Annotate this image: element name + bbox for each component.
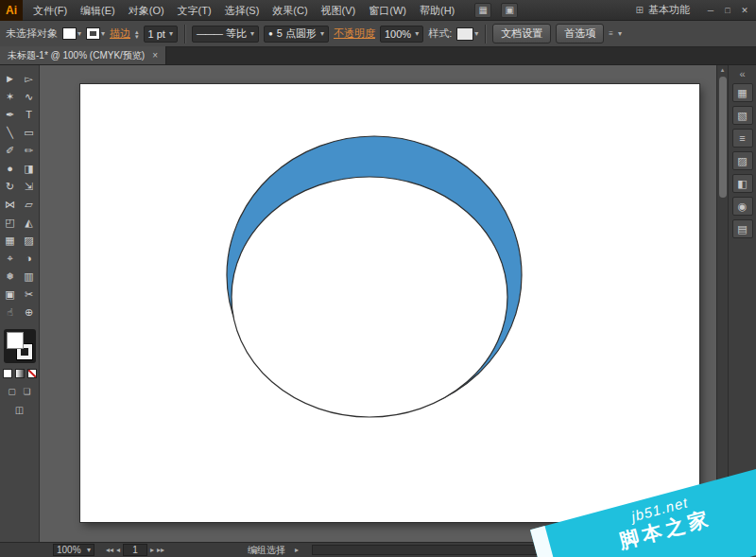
scale-tool[interactable]: ⇲	[20, 178, 39, 196]
first-artboard-icon[interactable]: ◂◂	[106, 546, 113, 554]
slice-tool[interactable]: ✂	[20, 286, 39, 304]
type-tool[interactable]: T	[20, 106, 39, 124]
lasso-tool[interactable]: ∿	[20, 88, 39, 106]
stroke-width-select[interactable]: 1 pt ▾	[144, 26, 178, 43]
color-mode-button[interactable]	[3, 369, 12, 378]
main-area: ►▻✶∿✒T╲▭✐✏●◨↻⇲⋈▱◰◭▦▨⌖◑❅▥▣✂☝⊕ ▢ ❏ ◫	[0, 65, 756, 542]
control-bar: 未选择对象 ▾ ▾ 描边 ▴ ▾ 1 pt ▾ ——— 等比 ▾ ● 5 点圆形…	[0, 21, 756, 47]
gradient-tool[interactable]: ▨	[20, 232, 39, 250]
collapse-dock-icon[interactable]: «	[732, 68, 753, 79]
stroke-panel-icon[interactable]: ≡	[732, 129, 753, 148]
layers-panel-icon[interactable]: ▤	[732, 219, 753, 238]
rotate-tool[interactable]: ↻	[1, 178, 20, 196]
rectangle-tool[interactable]: ▭	[20, 124, 39, 142]
artboard-number-field[interactable]: 1	[123, 544, 147, 556]
appearance-panel-icon[interactable]: ◉	[732, 197, 753, 216]
menu-item-select[interactable]: 选择(S)	[218, 0, 266, 21]
last-artboard-icon[interactable]: ▸▸	[157, 546, 164, 554]
fill-color-indicator[interactable]	[7, 332, 24, 349]
menu-item-type[interactable]: 文字(T)	[171, 0, 218, 21]
line-segment-tool[interactable]: ╲	[1, 124, 20, 142]
menubar-items: 文件(F)编辑(E)对象(O)文字(T)选择(S)效果(C)视图(V)窗口(W)…	[26, 0, 461, 21]
menu-item-effect[interactable]: 效果(C)	[266, 0, 314, 21]
symbol-sprayer-tool[interactable]: ❅	[1, 268, 20, 286]
canvas-area[interactable]: ▴ ▾	[40, 65, 728, 542]
paintbrush-tool[interactable]: ✐	[1, 142, 20, 160]
fill-color-swatch[interactable]: ▾	[62, 27, 81, 40]
scroll-up-icon[interactable]: ▴	[717, 65, 728, 75]
blob-brush-tool[interactable]: ●	[1, 160, 20, 178]
eraser-tool[interactable]: ◨	[20, 160, 39, 178]
stepper-down-icon[interactable]: ▾	[135, 34, 139, 39]
hand-tool[interactable]: ☝	[1, 304, 20, 322]
width-tool[interactable]: ⋈	[1, 196, 20, 214]
opacity-value: 100%	[385, 28, 411, 40]
menu-item-window[interactable]: 窗口(W)	[362, 0, 413, 21]
column-graph-tool[interactable]: ▥	[20, 268, 39, 286]
fill-color-box	[62, 27, 77, 40]
artboard-tool[interactable]: ▣	[1, 286, 20, 304]
menubar-icons: ▦▣	[474, 3, 518, 18]
arrange-documents-icon[interactable]: ▦	[474, 3, 491, 18]
preferences-button[interactable]: 首选项	[556, 24, 604, 44]
more-options-icon[interactable]: ≡	[609, 29, 613, 38]
brush-definition-select[interactable]: ● 5 点圆形 ▾	[264, 26, 329, 43]
shape-builder-tool[interactable]: ◰	[1, 214, 20, 232]
stroke-panel-link[interactable]: 描边	[110, 26, 130, 41]
crescent-inner-ellipse[interactable]	[232, 177, 507, 417]
document-tab-title: 未标题-1* @ 100% (CMYK/预览)	[8, 49, 145, 62]
previous-artboard-icon[interactable]: ◂	[116, 546, 120, 554]
workspace-switcher[interactable]: ⊞ 基本功能	[636, 3, 690, 17]
tab-close-icon[interactable]: ×	[152, 50, 158, 61]
gradient-panel-icon[interactable]: ▨	[732, 151, 753, 170]
status-expand-icon[interactable]: ▸	[295, 546, 299, 554]
pen-tool[interactable]: ✒	[1, 106, 20, 124]
document-tab[interactable]: 未标题-1* @ 100% (CMYK/预览) ×	[0, 46, 166, 64]
mesh-tool[interactable]: ▦	[1, 232, 20, 250]
free-transform-tool[interactable]: ▱	[20, 196, 39, 214]
gradient-mode-button[interactable]	[15, 369, 25, 378]
screen-mode-icon[interactable]: ◫	[13, 405, 26, 416]
stroke-width-value: 1 pt	[148, 28, 165, 40]
blend-tool[interactable]: ◑	[20, 250, 39, 268]
menu-item-file[interactable]: 文件(F)	[26, 0, 74, 21]
width-profile-select[interactable]: ——— 等比 ▾	[192, 26, 259, 43]
opacity-select[interactable]: 100% ▾	[380, 26, 423, 43]
vertical-scrollbar[interactable]: ▴ ▾	[716, 65, 728, 542]
artboard[interactable]	[80, 84, 699, 522]
restore-icon[interactable]: □	[720, 4, 735, 17]
eyedropper-tool[interactable]: ⌖	[1, 250, 20, 268]
close-icon[interactable]: ✕	[737, 4, 752, 17]
menu-item-edit[interactable]: 编辑(E)	[74, 0, 122, 21]
perspective-grid-tool[interactable]: ◭	[20, 214, 39, 232]
pencil-tool[interactable]: ✏	[20, 142, 39, 160]
direct-selection-tool[interactable]: ▻	[20, 70, 39, 88]
illustrator-window: Ai 文件(F)编辑(E)对象(O)文字(T)选择(S)效果(C)视图(V)窗口…	[0, 0, 756, 557]
fill-stroke-indicator[interactable]	[4, 329, 36, 363]
color-panel-icon[interactable]: ▦	[732, 83, 753, 102]
next-artboard-icon[interactable]: ▸	[150, 546, 154, 554]
minimize-icon[interactable]: ─	[703, 4, 718, 17]
tools-panel: ►▻✶∿✒T╲▭✐✏●◨↻⇲⋈▱◰◭▦▨⌖◑❅▥▣✂☝⊕ ▢ ❏ ◫	[0, 65, 40, 542]
menu-item-help[interactable]: 帮助(H)	[413, 0, 461, 21]
color-guide-panel-icon[interactable]: ▧	[732, 106, 753, 125]
opacity-panel-link[interactable]: 不透明度	[334, 26, 375, 41]
selection-tool[interactable]: ►	[1, 70, 20, 88]
chevron-down-icon[interactable]: ▾	[618, 29, 622, 38]
none-mode-button[interactable]	[27, 369, 37, 378]
screen-layout-icon[interactable]: ▣	[501, 3, 518, 18]
stroke-color-swatch[interactable]: ▾	[86, 27, 105, 40]
style-swatch-select[interactable]: ▾	[456, 27, 478, 41]
zoom-tool[interactable]: ⊕	[20, 304, 39, 322]
document-setup-button[interactable]: 文档设置	[492, 24, 551, 44]
zoom-value: 100%	[57, 545, 81, 555]
magic-wand-tool[interactable]: ✶	[1, 88, 20, 106]
vertical-scroll-thumb[interactable]	[719, 77, 727, 198]
menu-item-object[interactable]: 对象(O)	[122, 0, 171, 21]
menu-item-view[interactable]: 视图(V)	[315, 0, 363, 21]
transparency-panel-icon[interactable]: ◧	[732, 174, 753, 193]
draw-normal-icon[interactable]: ▢	[7, 386, 18, 397]
draw-behind-icon[interactable]: ❏	[22, 386, 33, 397]
zoom-select[interactable]: 100% ▾	[53, 544, 94, 556]
stroke-width-stepper[interactable]: ▴ ▾	[135, 29, 139, 39]
